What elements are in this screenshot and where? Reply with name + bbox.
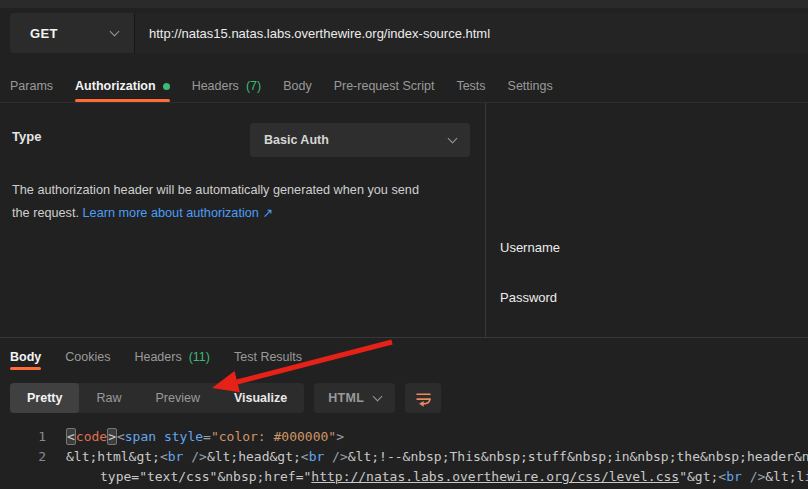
chevron-down-icon (373, 392, 383, 402)
code-token: /> (183, 449, 206, 464)
code-token: &lt;!--&nbsp;This&nbsp;stuff&nbsp;in&nbs… (348, 449, 808, 464)
code-line: 2&lt;html&gt;<br />&lt;head&gt;<br />&lt… (0, 447, 808, 467)
tab-params[interactable]: Params (10, 70, 53, 102)
code-token (156, 429, 164, 444)
tab-settings[interactable]: Settings (508, 70, 553, 102)
code-token: br (168, 449, 184, 464)
chevron-down-icon (448, 134, 458, 144)
format-wrap-button[interactable] (405, 383, 441, 413)
code-token: "&gt; (679, 469, 718, 484)
response-tabs: Body Cookies Headers (11) Test Results (10, 344, 302, 371)
language-value: HTML (328, 391, 364, 405)
response-divider (0, 337, 808, 338)
response-tab-headers[interactable]: Headers (11) (134, 344, 210, 370)
view-mode-segmented-control: Pretty Raw Preview Visualize (10, 383, 304, 413)
response-tab-test-results[interactable]: Test Results (234, 344, 302, 370)
tab-body[interactable]: Body (283, 70, 312, 102)
code-token: &lt;link&nbsp;rel= (765, 469, 808, 484)
line-wrap-icon (415, 390, 432, 407)
code-token: /> (324, 449, 347, 464)
code-token: span (125, 429, 156, 444)
line-number: 2 (0, 447, 46, 467)
line-number (0, 467, 46, 487)
code-token: &lt;html&gt; (66, 449, 160, 464)
url-text: http://natas15.natas.labs.overthewire.or… (149, 26, 490, 41)
line-number: 1 (0, 427, 46, 447)
code-token: /> (742, 469, 765, 484)
code-token: style (164, 429, 203, 444)
tab-authorization[interactable]: Authorization (75, 70, 170, 102)
code-token: br (309, 449, 325, 464)
tab-pre-request-script[interactable]: Pre-request Script (334, 70, 435, 102)
tab-tests[interactable]: Tests (456, 70, 485, 102)
code-token: > (107, 428, 117, 445)
code-url-link[interactable]: http://natas.labs.overthewire.org/css/le… (311, 469, 679, 484)
method-dropdown[interactable]: GET (10, 13, 135, 53)
code-token: < (160, 449, 168, 464)
response-tab-cookies[interactable]: Cookies (65, 344, 110, 370)
code-area: 1<code><span style="color: #000000">2&lt… (0, 427, 808, 487)
code-token: = (203, 429, 211, 444)
response-tab-body[interactable]: Body (10, 344, 41, 370)
code-token: < (117, 429, 125, 444)
url-input[interactable]: http://natas15.natas.labs.overthewire.or… (135, 13, 808, 53)
response-toolbar: Pretty Raw Preview Visualize HTML (10, 383, 441, 413)
username-label: Username (500, 240, 560, 255)
request-tabs: Params Authorization Headers (7) Body Pr… (10, 70, 553, 103)
tab-headers[interactable]: Headers (7) (192, 70, 262, 102)
code-token: code (76, 429, 107, 444)
auth-type-value: Basic Auth (264, 133, 329, 147)
view-mode-raw[interactable]: Raw (79, 383, 138, 413)
code-token: &lt;head&gt; (207, 449, 301, 464)
view-mode-pretty[interactable]: Pretty (10, 383, 79, 413)
headers-count: (7) (246, 79, 261, 93)
code-token: < (66, 428, 76, 445)
view-mode-preview[interactable]: Preview (138, 383, 216, 413)
code-token: type="text/css"&nbsp;href=" (100, 469, 311, 484)
learn-more-link[interactable]: Learn more about authorization ↗ (83, 206, 274, 220)
auth-type-label: Type (12, 129, 41, 144)
code-token: > (336, 429, 344, 444)
method-label: GET (30, 26, 58, 41)
code-token: < (718, 469, 726, 484)
code-token: < (301, 449, 309, 464)
auth-type-select[interactable]: Basic Auth (250, 123, 470, 157)
language-dropdown[interactable]: HTML (314, 383, 395, 413)
code-line: type="text/css"&nbsp;href="http://natas.… (0, 467, 808, 487)
response-headers-count: (11) (189, 350, 210, 364)
code-token: "color: #000000" (211, 429, 336, 444)
code-line: 1<code><span style="color: #000000"> (0, 427, 808, 447)
panel-divider (485, 103, 486, 337)
chevron-down-icon (110, 27, 120, 37)
authorization-panel: Type Basic Auth The authorization header… (0, 103, 808, 337)
password-label: Password (500, 290, 557, 305)
auth-configured-dot (163, 83, 170, 90)
request-bar: GET http://natas15.natas.labs.overthewir… (10, 13, 808, 53)
auth-help-text: The authorization header will be automat… (12, 179, 477, 225)
view-mode-visualize[interactable]: Visualize (217, 383, 304, 413)
code-token: br (726, 469, 742, 484)
window-top-strip (0, 0, 808, 8)
